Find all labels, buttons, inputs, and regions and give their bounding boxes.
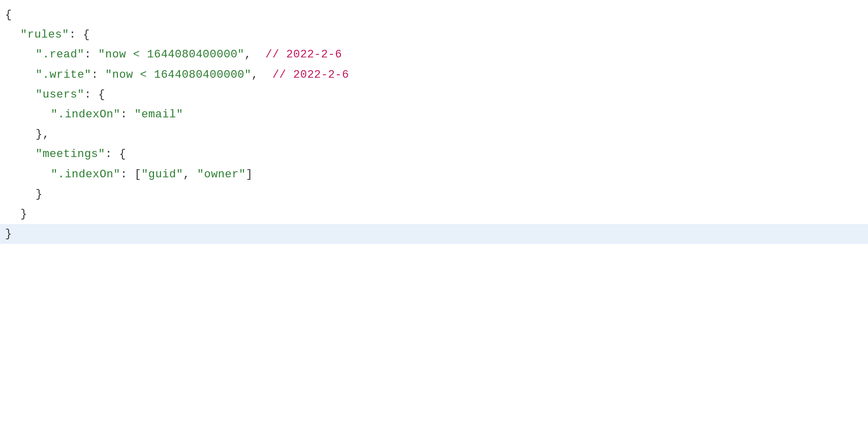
json-key: "users" bbox=[36, 88, 84, 101]
comma: , bbox=[183, 168, 197, 181]
code-line[interactable]: } bbox=[0, 184, 868, 204]
comment: // 2022-2-6 bbox=[265, 48, 342, 61]
json-string: "now < 1644080400000" bbox=[105, 69, 252, 81]
json-key: ".indexOn" bbox=[51, 168, 120, 181]
colon-bracket: : [ bbox=[120, 168, 141, 181]
code-line[interactable]: ".read": "now < 1644080400000", // 2022-… bbox=[0, 45, 868, 65]
code-line[interactable]: "rules": { bbox=[0, 25, 868, 45]
code-line-active[interactable]: } bbox=[0, 224, 868, 244]
colon: : bbox=[120, 108, 134, 121]
code-line[interactable]: { bbox=[0, 5, 868, 25]
code-line[interactable]: ".indexOn": ["guid", "owner"] bbox=[0, 165, 868, 184]
json-key: "meetings" bbox=[36, 148, 105, 161]
json-key: ".indexOn" bbox=[51, 108, 120, 121]
brace-close: } bbox=[20, 208, 27, 221]
code-line[interactable]: } bbox=[0, 204, 868, 224]
brace-close: } bbox=[36, 188, 43, 201]
colon: : bbox=[91, 69, 105, 81]
json-string: "now < 1644080400000" bbox=[98, 48, 244, 61]
brace-close: } bbox=[5, 228, 12, 240]
code-line[interactable]: "meetings": { bbox=[0, 144, 868, 164]
colon-brace: : { bbox=[84, 88, 105, 101]
json-string: "email" bbox=[134, 108, 183, 121]
json-string: "owner" bbox=[197, 168, 246, 181]
json-key: "rules" bbox=[20, 28, 69, 41]
brace-open: { bbox=[5, 9, 12, 21]
code-editor[interactable]: { "rules": { ".read": "now < 16440804000… bbox=[0, 0, 868, 249]
json-key: ".read" bbox=[36, 48, 84, 61]
code-line[interactable]: ".indexOn": "email" bbox=[0, 105, 868, 124]
code-line[interactable]: ".write": "now < 1644080400000", // 2022… bbox=[0, 65, 868, 85]
colon: : bbox=[84, 48, 98, 61]
comma: , bbox=[252, 69, 272, 81]
bracket-close: ] bbox=[246, 168, 253, 181]
json-key: ".write" bbox=[36, 69, 91, 81]
code-line[interactable]: }, bbox=[0, 124, 868, 144]
brace-close-comma: }, bbox=[36, 128, 49, 141]
colon-brace: : { bbox=[69, 28, 90, 41]
comma: , bbox=[244, 48, 265, 61]
json-string: "guid" bbox=[141, 168, 183, 181]
code-line[interactable]: "users": { bbox=[0, 85, 868, 105]
colon-brace: : { bbox=[105, 148, 126, 161]
comment: // 2022-2-6 bbox=[272, 69, 349, 81]
